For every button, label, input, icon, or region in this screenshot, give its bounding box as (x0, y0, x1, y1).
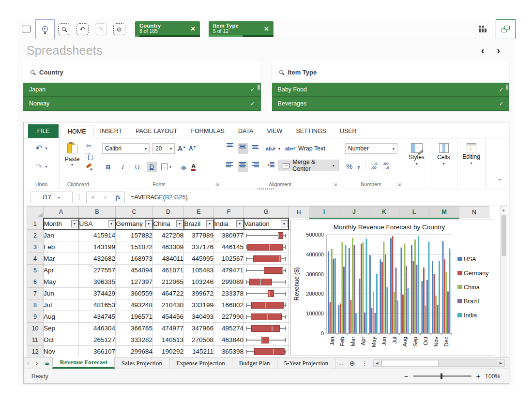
header-cell-germany[interactable]: Germany▾ (116, 218, 153, 230)
filter-item[interactable]: Norway✓ (23, 97, 261, 111)
value-cell[interactable]: 377989 (184, 230, 214, 241)
bold-icon[interactable]: B (103, 162, 113, 172)
column-header-B[interactable]: B (79, 207, 116, 218)
value-cell[interactable]: 277557 (79, 265, 116, 276)
filter-scroll-thumb[interactable] (506, 85, 508, 90)
variation-sparkline-cell[interactable] (244, 230, 289, 241)
column-header-H[interactable]: H (289, 207, 309, 218)
name-box[interactable]: I17 ▾ (30, 192, 73, 203)
align-center-icon[interactable] (238, 162, 248, 172)
row-header-3[interactable]: 3 (27, 241, 44, 253)
format-painter-icon[interactable] (85, 164, 92, 171)
font-color-icon[interactable]: A (191, 163, 196, 171)
variation-sparkline-cell[interactable] (244, 299, 289, 311)
sheet-tab-sales-projection[interactable]: Sales Projection (115, 357, 169, 369)
value-cell[interactable]: 140513 (153, 334, 184, 346)
month-cell[interactable]: Oct (44, 334, 79, 346)
value-cell[interactable]: 151072 (116, 241, 153, 253)
value-cell[interactable]: 432682 (79, 253, 116, 265)
value-cell[interactable]: 337176 (184, 241, 214, 253)
add-sheet-icon[interactable]: ⊕ (346, 357, 359, 369)
sheet-tab-budget-plan[interactable]: Budget Plan (232, 357, 277, 369)
column-header-A[interactable]: A (44, 207, 79, 218)
vertical-scroll-thumb[interactable] (502, 215, 506, 256)
ribbon-tab-home[interactable]: HOME (61, 125, 93, 138)
sheet-tab-5-year-projection[interactable]: 5-Year Projection (277, 357, 335, 369)
variation-sparkline-cell[interactable] (244, 288, 289, 299)
column-header-J[interactable]: J (339, 207, 369, 218)
insert-function-icon[interactable]: fx (116, 194, 121, 201)
next-sheet-chevron-icon[interactable]: › (497, 45, 500, 55)
step-back-button[interactable]: ↶ (73, 19, 91, 39)
column-header-I[interactable]: I (309, 207, 339, 218)
clear-selections-button[interactable]: ⊘ (110, 19, 128, 39)
month-cell[interactable]: Jul (44, 299, 79, 311)
value-cell[interactable]: 168973 (116, 253, 153, 265)
filter-dropdown-icon[interactable]: ▾ (176, 220, 183, 227)
value-cell[interactable]: 464722 (153, 288, 184, 299)
undo-dropdown-icon[interactable]: ▾ (46, 146, 47, 150)
fonts-dialog-launcher-icon[interactable]: ⇲ (215, 182, 219, 187)
zoom-slider-thumb[interactable] (441, 373, 442, 379)
value-cell[interactable]: 366107 (79, 346, 116, 357)
more-sheets-icon[interactable]: ... (335, 357, 346, 369)
value-cell[interactable]: 474977 (153, 323, 184, 334)
double-underline-icon[interactable]: D (147, 162, 157, 172)
value-cell[interactable]: 481653 (79, 299, 116, 311)
sheet-list-menu-icon[interactable]: ≡ (42, 357, 53, 369)
selection-chip[interactable]: Country8 of 185✕ (135, 21, 200, 37)
sheet-options-icon[interactable]: ⋮ (359, 357, 371, 369)
value-cell[interactable]: 434745 (79, 311, 116, 323)
ribbon-tab-insert[interactable]: INSERT (93, 124, 129, 138)
zoom-out-icon[interactable]: − (404, 372, 409, 380)
ribbon-tab-user[interactable]: USER (333, 124, 364, 138)
column-header-K[interactable]: K (369, 207, 399, 218)
horizontal-scroll-thumb[interactable] (381, 360, 439, 366)
value-cell[interactable]: 340493 (184, 311, 214, 323)
copy-icon[interactable] (86, 153, 92, 160)
value-cell[interactable]: 427208 (153, 230, 184, 241)
fill-color-icon[interactable] (181, 165, 187, 170)
ribbon-tab-data[interactable]: DATA (231, 124, 260, 138)
align-top-icon[interactable] (225, 143, 235, 154)
column-header-F[interactable]: F (214, 207, 244, 218)
column-header-N[interactable]: N (459, 207, 489, 218)
row-header-2[interactable]: 2 (27, 230, 44, 241)
paste-button[interactable]: Paste ▾ (62, 142, 82, 167)
collapse-ribbon-icon[interactable]: ⌃ (497, 178, 502, 185)
value-cell[interactable]: 299089 (214, 276, 244, 288)
value-cell[interactable]: 479471 (214, 265, 244, 276)
month-cell[interactable]: Jun (44, 288, 79, 299)
header-cell-usa[interactable]: USA▾ (79, 218, 116, 230)
value-cell[interactable]: 103246 (184, 276, 214, 288)
orientation-icon[interactable]: ab⇗ (266, 146, 276, 151)
chip-close-icon[interactable]: ✕ (264, 25, 269, 32)
value-cell[interactable]: 157882 (116, 230, 153, 241)
row-header-11[interactable]: 11 (27, 334, 44, 346)
value-cell[interactable]: 360559 (116, 288, 153, 299)
sheet-overview-icon[interactable] (479, 26, 487, 32)
smart-search-button[interactable] (55, 19, 73, 39)
value-cell[interactable]: 396335 (79, 276, 116, 288)
value-cell[interactable]: 463309 (153, 241, 184, 253)
month-cell[interactable]: Mar (44, 253, 79, 265)
select-all-corner[interactable] (27, 207, 44, 218)
month-cell[interactable]: Aug (44, 311, 79, 323)
insight-advisor-icon[interactable] (35, 19, 55, 39)
font-name-select[interactable]: Calibri ▾ (102, 143, 150, 154)
filter-dropdown-icon[interactable]: ▾ (145, 220, 152, 227)
paste-dropdown-icon[interactable]: ▾ (62, 163, 82, 167)
filter-panel-header[interactable]: Item Type (272, 62, 510, 83)
shrink-font-icon[interactable]: A▼ (189, 145, 197, 152)
next-sheets-icon[interactable]: › (32, 357, 41, 369)
value-cell[interactable]: 333282 (116, 334, 153, 346)
value-cell[interactable]: 374429 (79, 288, 116, 299)
month-cell[interactable]: Jan (44, 230, 79, 241)
value-cell[interactable]: 347966 (184, 323, 214, 334)
filter-dropdown-icon[interactable]: ▾ (108, 220, 115, 227)
ribbon-tab-settings[interactable]: SETTINGS (289, 124, 333, 138)
variation-sparkline-cell[interactable] (244, 241, 289, 253)
decrease-indent-icon[interactable] (266, 162, 276, 172)
sheet-tab-revenue-forecast[interactable]: Revenue Forecast (52, 357, 114, 369)
column-header-E[interactable]: E (184, 207, 214, 218)
